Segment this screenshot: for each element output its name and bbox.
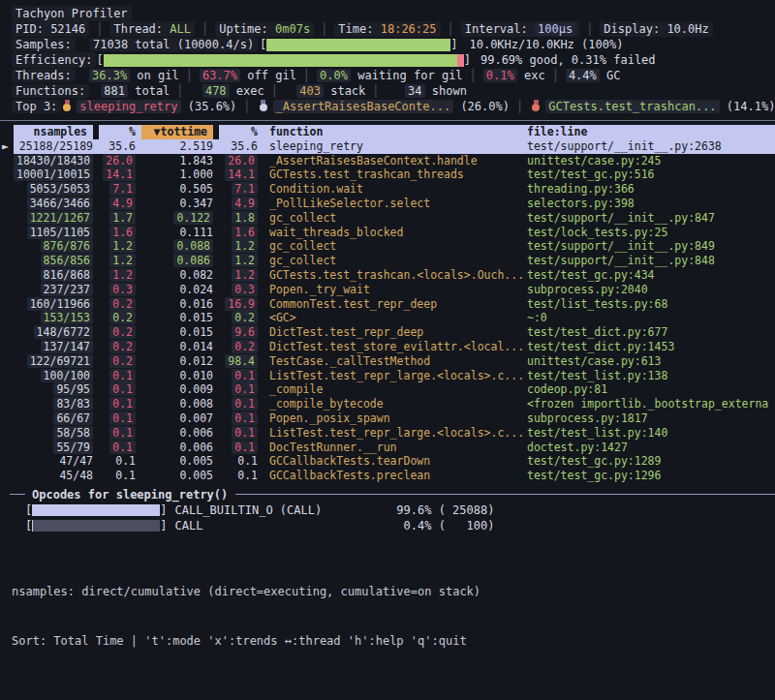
cell-nsamples: 876/876 — [14, 239, 99, 254]
row-gutter — [0, 167, 14, 182]
column-header-tottime[interactable]: ▼tottime — [141, 125, 219, 139]
bar-close-bracket: ] — [450, 37, 457, 52]
cell-nsamples: 3466/3466 — [14, 197, 99, 211]
table-row[interactable]: 876/8761.20.0881.2gc_collecttest/support… — [0, 239, 775, 254]
column-header-nsamples[interactable]: nsamples — [14, 125, 99, 139]
cell-nsamples: 66/67 — [14, 411, 99, 426]
table-row[interactable]: 18430/1843026.01.84326.0_AssertRaisesBas… — [0, 154, 775, 168]
cell-percent-cumulative: 7.1 — [219, 182, 264, 197]
status-time-label: Time: — [338, 22, 380, 36]
cell-nsamples: 25188/25189 — [14, 139, 99, 154]
table-row[interactable]: 95/950.10.0090.1_compilecodeop.py:81 — [0, 382, 775, 397]
cell-nsamples: 816/868 — [14, 268, 99, 283]
cell-percent-direct: 0.1 — [99, 397, 141, 411]
table-row[interactable]: 1105/11051.60.1111.6wait_threads_blocked… — [0, 226, 775, 240]
cell-percent-cumulative-value: 0.1 — [232, 382, 258, 396]
row-gutter — [0, 340, 14, 354]
efficiency-bar — [104, 54, 464, 67]
cell-tottime: 0.347 — [141, 197, 219, 211]
cell-percent-cumulative: 0.1 — [219, 426, 264, 441]
functions-separator: │ — [271, 83, 278, 99]
column-header-function[interactable]: function — [264, 125, 525, 139]
table-row[interactable]: 83/830.10.0080.1_compile_bytecode<frozen… — [0, 397, 775, 411]
table-row[interactable]: 237/2370.30.0240.3Popen._try_waitsubproc… — [0, 283, 775, 297]
column-header-[interactable]: % — [219, 125, 264, 139]
cell-function: GCCallbackTests.preclean — [264, 469, 525, 483]
cell-tottime: 0.005 — [141, 469, 219, 483]
table-row[interactable]: 5053/50537.10.5057.1Condition.waitthread… — [0, 182, 775, 197]
table-row[interactable]: 45/480.10.0050.1GCCallbackTests.preclean… — [0, 469, 775, 483]
functions-stat-number: 403 — [296, 84, 324, 98]
samples-rate: 10.0KHz/10.0KHz (100%) — [469, 37, 623, 52]
cell-tottime-value: 0.015 — [179, 325, 213, 339]
bar-open-bracket: [ — [96, 52, 103, 68]
column-header-[interactable]: % — [99, 125, 141, 139]
functions-label: Functions: — [12, 84, 89, 98]
cell-function: Popen._posix_spawn — [264, 411, 525, 426]
cell-nsamples-value: 148/6772 — [34, 325, 93, 339]
table-row[interactable]: 66/670.10.0070.1Popen._posix_spawnsubpro… — [0, 411, 775, 426]
table-row[interactable]: 160/119660.20.01616.9CommonTest.test_rep… — [0, 297, 775, 312]
cell-percent-cumulative-value: 0.1 — [232, 426, 258, 440]
status-interval-label: Interval: — [465, 22, 535, 36]
cell-function: GCCallbackTests.tearDown — [264, 454, 525, 469]
functions-stat-value: 478 — [191, 83, 230, 99]
cell-function: wait_threads_blocked — [264, 226, 525, 240]
row-gutter — [0, 154, 14, 168]
cell-percent-cumulative: 1.2 — [219, 268, 264, 283]
cell-function: gc_collect — [264, 211, 525, 226]
thread-stat-value: 63.7% — [200, 69, 240, 82]
table-row[interactable]: 148/67720.20.0159.6DictTest.test_repr_de… — [0, 325, 775, 340]
table-row[interactable]: 137/1470.20.0140.2DictTest.test_store_ev… — [0, 340, 775, 354]
cell-percent-direct-value: 0.1 — [115, 469, 136, 482]
table-row[interactable]: ►25188/2518935.62.51935.6sleeping_retryt… — [0, 139, 775, 154]
cell-percent-direct: 0.2 — [99, 297, 141, 312]
table-row[interactable]: 1221/12671.70.1221.8gc_collecttest/suppo… — [0, 211, 775, 226]
table-row[interactable]: 3466/34664.90.3474.9_PollLikeSelector.se… — [0, 197, 775, 211]
cell-nsamples-value: 5053/5053 — [27, 182, 93, 196]
cell-nsamples: 160/11966 — [14, 297, 99, 312]
cell-percent-direct: 1.2 — [99, 254, 141, 268]
cell-percent-cumulative: 0.1 — [219, 454, 264, 469]
cell-percent-cumulative-value: 1.8 — [232, 211, 258, 225]
top3-item-3: GCTests.test_trashcan... (14.1%) — [530, 99, 775, 114]
column-header-file:line[interactable]: file:line — [525, 125, 775, 139]
threads-separator: │ — [470, 68, 477, 83]
functions-stat-label: shown — [425, 84, 467, 98]
status-interval-value: 100µs — [535, 22, 575, 36]
table-row[interactable]: 856/8561.20.0861.2gc_collecttest/support… — [0, 254, 775, 268]
table-row[interactable]: 10001/1001514.11.00014.1GCTests.test_tra… — [0, 167, 775, 182]
cell-percent-direct: 26.0 — [99, 154, 141, 168]
cell-tottime: 0.009 — [141, 382, 219, 397]
cell-percent-direct-value: 35.6 — [108, 139, 136, 153]
cell-percent-direct: 14.1 — [99, 167, 141, 182]
table-row[interactable]: 47/470.10.0050.1GCCallbackTests.tearDown… — [0, 454, 775, 469]
table-row[interactable]: 100/1000.10.0100.1ListTest.test_repr_lar… — [0, 369, 775, 383]
silver-medal-icon — [260, 104, 267, 111]
table-row[interactable]: 816/8681.20.0821.2GCTests.test_trashcan.… — [0, 268, 775, 283]
functions-stat-value: 34 — [387, 83, 425, 99]
cell-file-line: test/test_gc.py:1289 — [525, 454, 775, 469]
cell-file-line: test/test_dict.py:677 — [525, 325, 775, 340]
bronze-medal-icon — [532, 104, 540, 111]
cell-nsamples: 856/856 — [14, 254, 99, 268]
cell-percent-cumulative-value: 1.6 — [232, 226, 258, 239]
table-row[interactable]: 122/697210.20.01298.4TestCase._callTestM… — [0, 354, 775, 369]
top3-separator: │ — [243, 99, 250, 114]
cell-percent-direct: 0.1 — [99, 426, 141, 441]
row-gutter — [0, 369, 14, 383]
cell-percent-direct: 0.1 — [99, 411, 141, 426]
table-row[interactable]: 153/1530.20.0150.2<GC>~:0 — [0, 311, 775, 325]
top3-item-2: _AssertRaisesBaseConte... (26.0%) — [258, 99, 510, 114]
cell-percent-cumulative-value: 98.4 — [225, 354, 258, 368]
cell-tottime: 0.015 — [141, 311, 219, 325]
table-row[interactable]: 58/580.10.0060.1ListTest.test_repr_large… — [0, 426, 775, 441]
cell-percent-direct: 0.2 — [99, 311, 141, 325]
samples-row: Samples:71038 total (10000.4/s)[]10.0KHz… — [0, 37, 775, 52]
cell-nsamples-value: 1105/1105 — [27, 226, 93, 239]
table-row[interactable]: 55/790.10.0060.1DocTestRunner.__rundocte… — [0, 441, 775, 455]
status-separator: │ — [96, 21, 103, 37]
cell-percent-cumulative: 0.2 — [219, 311, 264, 325]
cell-function: GCTests.test_trashcan_threads — [264, 167, 525, 182]
thread-stat-value: 0.1% — [483, 69, 517, 82]
